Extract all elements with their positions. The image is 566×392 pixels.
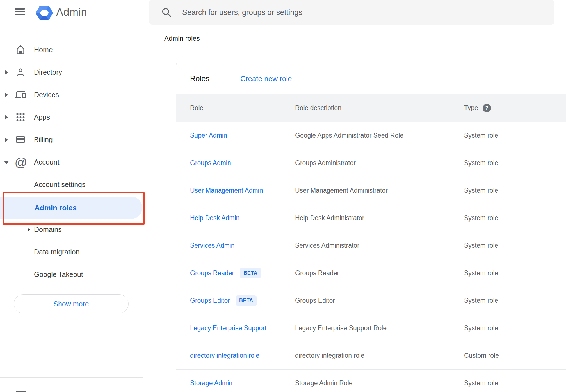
search-icon (161, 7, 172, 18)
apps-grid-icon (15, 112, 26, 122)
table-row: User Management Admin User Management Ad… (176, 177, 566, 204)
sidebar-item-account[interactable]: @ Account (0, 151, 149, 173)
roles-card: Roles Create new role Role Role descript… (176, 63, 566, 392)
chevron-right-icon[interactable] (5, 115, 8, 120)
beta-badge: BETA (236, 295, 257, 306)
roles-table-body: Super Admin Google Apps Administrator Se… (176, 122, 566, 392)
role-link[interactable]: Help Desk Admin (190, 214, 239, 222)
role-description: Groups Editor (295, 297, 464, 304)
role-cell: Services Admin (190, 242, 295, 249)
person-icon (15, 67, 26, 77)
role-link[interactable]: Groups Reader (190, 269, 234, 277)
role-link[interactable]: Storage Admin (190, 379, 232, 387)
sidebar-divider (0, 377, 143, 378)
sidebar-item-account-settings[interactable]: Account settings (0, 173, 149, 196)
role-cell: Groups Editor BETA (190, 295, 295, 306)
role-cell: Groups Admin (190, 159, 295, 167)
card-title: Roles (190, 74, 209, 83)
role-cell: Legacy Enterprise Support (190, 324, 295, 332)
search-input[interactable] (182, 8, 554, 17)
search-bar[interactable] (149, 0, 554, 25)
role-link[interactable]: User Management Admin (190, 187, 263, 194)
devices-icon (15, 90, 26, 100)
chevron-right-icon[interactable] (5, 138, 8, 142)
role-cell: Super Admin (190, 132, 295, 139)
partially-visible-icon (16, 391, 26, 392)
role-description: Groups Reader (295, 269, 464, 277)
role-type: System role (464, 297, 566, 304)
sidebar-item-google-takeout[interactable]: Google Takeout (0, 263, 149, 286)
table-row: directory integration role directory int… (176, 342, 566, 370)
table-row: Groups Admin Groups Administrator System… (176, 149, 566, 177)
role-type: System role (464, 132, 566, 139)
sidebar-item-devices[interactable]: Devices (0, 83, 149, 106)
table-row: Groups Editor BETA Groups Editor System … (176, 287, 566, 314)
table-row: Help Desk Admin Help Desk Administrator … (176, 204, 566, 232)
column-header-description[interactable]: Role description (295, 104, 464, 112)
create-new-role-link[interactable]: Create new role (240, 74, 292, 83)
table-row: Storage Admin Storage Admin Role System … (176, 370, 566, 392)
role-type: System role (464, 187, 566, 194)
role-cell: Storage Admin (190, 379, 295, 387)
role-link[interactable]: Groups Admin (190, 159, 231, 167)
menu-icon[interactable] (15, 8, 25, 15)
sidebar: Admin Home Directory Devices (0, 0, 149, 392)
role-type: System role (464, 324, 566, 332)
chevron-down-icon[interactable] (4, 161, 9, 164)
help-icon[interactable]: ? (483, 104, 491, 112)
admin-logo-icon (36, 5, 53, 21)
table-row: Super Admin Google Apps Administrator Se… (176, 122, 566, 149)
role-cell: Help Desk Admin (190, 214, 295, 222)
role-type: Custom role (464, 352, 566, 359)
breadcrumb: Admin roles (164, 35, 200, 42)
role-type: System role (464, 242, 566, 249)
chevron-right-icon[interactable] (28, 228, 30, 232)
role-cell: Groups Reader BETA (190, 268, 295, 278)
sidebar-item-domains[interactable]: Domains (0, 218, 149, 241)
role-description: Google Apps Administrator Seed Role (295, 132, 464, 139)
show-more-button[interactable]: Show more (14, 294, 129, 313)
table-row: Legacy Enterprise Support Legacy Enterpr… (176, 314, 566, 342)
sidebar-item-apps[interactable]: Apps (0, 106, 149, 128)
sidebar-item-billing[interactable]: Billing (0, 128, 149, 151)
role-type: System role (464, 214, 566, 222)
sidebar-item-data-migration[interactable]: Data migration (0, 241, 149, 263)
role-link[interactable]: Legacy Enterprise Support (190, 324, 266, 332)
header-divider (149, 49, 566, 49)
role-type: System role (464, 269, 566, 277)
role-link[interactable]: Services Admin (190, 242, 235, 249)
table-row: Services Admin Services Administrator Sy… (176, 232, 566, 259)
role-link[interactable]: Groups Editor (190, 297, 230, 304)
roles-card-header: Roles Create new role (176, 63, 566, 94)
credit-card-icon (15, 135, 26, 145)
role-type: System role (464, 379, 566, 387)
at-sign-icon: @ (15, 155, 27, 169)
app-title: Admin (56, 6, 87, 18)
role-description: Help Desk Administrator (295, 214, 464, 222)
table-header-row: Role Role description Type ? (176, 94, 566, 122)
role-link[interactable]: Super Admin (190, 132, 227, 139)
chevron-right-icon[interactable] (5, 70, 8, 75)
column-header-type[interactable]: Type ? (464, 104, 566, 112)
role-cell: directory integration role (190, 352, 295, 359)
table-row: Groups Reader BETA Groups Reader System … (176, 259, 566, 287)
role-description: Storage Admin Role (295, 379, 464, 387)
role-description: User Management Administrator (295, 187, 464, 194)
role-description: Legacy Enterprise Support Role (295, 324, 464, 332)
sidebar-item-home[interactable]: Home (0, 38, 149, 61)
sidebar-item-directory[interactable]: Directory (0, 61, 149, 83)
beta-badge: BETA (240, 268, 261, 278)
role-cell: User Management Admin (190, 187, 295, 194)
sidebar-item-admin-roles[interactable]: Admin roles (0, 197, 142, 219)
home-icon (15, 45, 26, 55)
chevron-right-icon[interactable] (5, 93, 8, 97)
role-description: Groups Administrator (295, 159, 464, 167)
role-type: System role (464, 159, 566, 167)
role-description: directory integration role (295, 352, 464, 359)
role-description: Services Administrator (295, 242, 464, 249)
column-header-role[interactable]: Role (190, 104, 295, 112)
role-link[interactable]: directory integration role (190, 352, 259, 359)
